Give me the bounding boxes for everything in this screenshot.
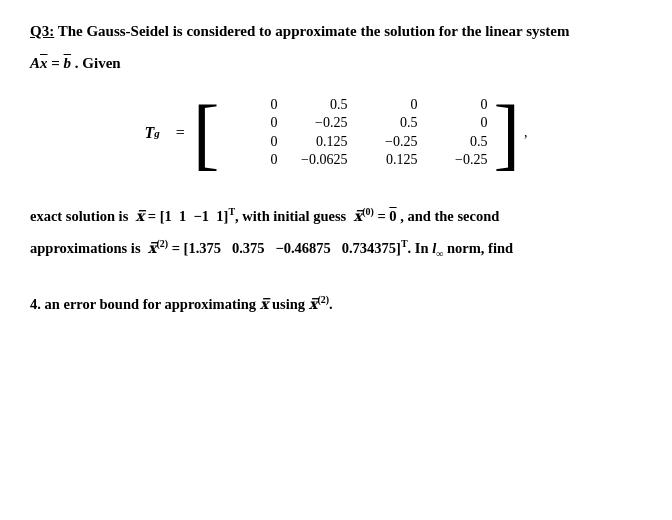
table-row: 0.125 (365, 152, 417, 168)
matrix-comma: , (524, 125, 528, 141)
bracket-right: ] (493, 93, 520, 173)
table-row: 0 (435, 115, 487, 131)
table-row: 0.5 (365, 115, 417, 131)
matrix-container: Tg = [ 0 0.5 0 0 0 −0.25 0.5 0 0 0.125 −… (30, 93, 642, 173)
bracket-left: [ (193, 93, 220, 173)
part4-text: an error bound for approximating x̅ usin… (41, 296, 333, 312)
ax-equals-b: Ax = b . Given (30, 55, 121, 71)
question-label: Q3: (30, 23, 54, 39)
table-row: −0.25 (435, 152, 487, 168)
matrix-label: Tg (144, 124, 159, 142)
question-text: The Gauss-Seidel is considered to approx… (54, 23, 569, 39)
question-header: Q3: The Gauss-Seidel is considered to ap… (30, 20, 642, 43)
table-row: 0 (225, 152, 277, 168)
matrix-brackets: [ 0 0.5 0 0 0 −0.25 0.5 0 0 0.125 −0.25 … (193, 93, 520, 173)
table-row: 0 (225, 134, 277, 150)
table-row: 0 (435, 97, 487, 113)
table-row: −0.0625 (295, 152, 347, 168)
matrix-subscript: g (154, 127, 160, 139)
solution-line2: approximations is x̅(2) = [1.375 0.375 −… (30, 235, 642, 263)
table-row: −0.25 (365, 134, 417, 150)
solution-line1: exact solution is x̅ = [1 1 −1 1]T, with… (30, 203, 642, 229)
table-row: 0 (225, 97, 277, 113)
solution-text-1: exact solution is x̅ = [1 1 −1 1]T, (30, 208, 242, 224)
table-row: 0 (365, 97, 417, 113)
matrix-T: T (144, 124, 154, 142)
table-row: 0.5 (295, 97, 347, 113)
table-row: 0.125 (295, 134, 347, 150)
part4: 4. an error bound for approximating x̅ u… (30, 292, 642, 316)
part4-label: 4. (30, 296, 41, 312)
initial-guess-label: with initial guess x̅(0) = 0 , and the s… (242, 208, 499, 224)
table-row: 0 (225, 115, 277, 131)
table-row: −0.25 (295, 115, 347, 131)
table-row: 0.5 (435, 134, 487, 150)
given-line: Ax = b . Given (30, 51, 642, 75)
solution-text-2: approximations is x̅(2) = [1.375 0.375 −… (30, 240, 513, 256)
matrix-grid: 0 0.5 0 0 0 −0.25 0.5 0 0 0.125 −0.25 0.… (219, 93, 493, 173)
matrix-equals: = (176, 124, 185, 142)
solution-block: exact solution is x̅ = [1 1 −1 1]T, with… (30, 203, 642, 263)
